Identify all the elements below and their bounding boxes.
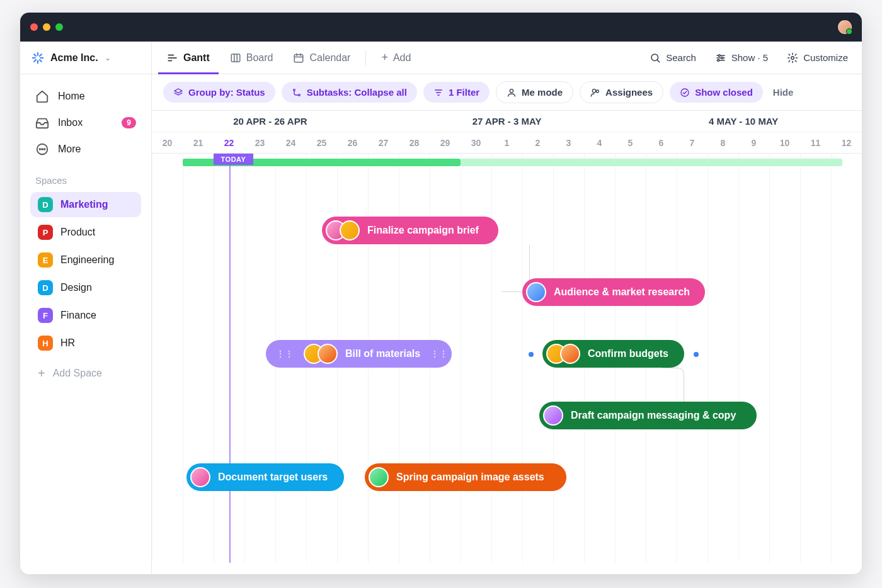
show-closed-pill[interactable]: Show closed (670, 82, 763, 103)
svg-point-27 (718, 54, 720, 56)
task-label: Bill of materials (345, 348, 420, 359)
workspace-switcher[interactable]: Acme Inc. ⌄ (20, 42, 151, 74)
drag-handle-icon[interactable]: ⋮⋮ (273, 349, 296, 359)
space-design[interactable]: D Design (30, 275, 141, 300)
filter-pill[interactable]: 1 Filter (423, 82, 490, 103)
current-user-avatar[interactable] (838, 20, 852, 34)
more-icon (35, 142, 49, 156)
task-finalize-campaign-brief[interactable]: Finalize campaign brief (322, 217, 498, 244)
minimize-window-icon[interactable] (43, 23, 50, 31)
assignees-pill[interactable]: Assignees (580, 81, 663, 103)
tab-label: Gantt (183, 52, 210, 64)
task-draft-messaging[interactable]: Draft campaign messaging & copy (539, 402, 757, 429)
week-label: 4 MAY - 10 MAY (625, 111, 862, 132)
tab-calendar[interactable]: Calendar (284, 42, 359, 74)
add-space-label: Add Space (53, 368, 102, 379)
gantt-body[interactable]: Finalize campaign brief Audience & marke… (152, 154, 862, 563)
task-avatars (190, 467, 210, 487)
svg-point-40 (681, 89, 689, 96)
day-label: 7 (677, 132, 707, 153)
svg-rect-18 (295, 54, 304, 62)
space-hr[interactable]: H HR (30, 331, 141, 356)
search-button[interactable]: Search (642, 48, 704, 67)
nav-more[interactable]: More (30, 136, 141, 162)
subtasks-pill[interactable]: Subtasks: Collapse all (282, 82, 417, 103)
day-label: 30 (461, 132, 491, 153)
maximize-window-icon[interactable] (55, 23, 63, 31)
avatar-icon (543, 405, 563, 426)
svg-line-4 (34, 54, 36, 56)
main-content: Gantt Board Calendar + Add (152, 42, 862, 574)
svg-point-39 (596, 90, 598, 93)
drag-handle-icon[interactable]: ⋮⋮ (428, 349, 450, 359)
me-mode-pill[interactable]: Me mode (496, 81, 573, 103)
day-label: 26 (337, 132, 368, 153)
task-confirm-budgets[interactable]: Confirm budgets (542, 340, 684, 368)
task-label: Confirm budgets (588, 348, 668, 359)
gantt-chart: 20 APR - 26 APR 27 APR - 3 MAY 4 MAY - 1… (152, 111, 862, 574)
add-view-button[interactable]: + Add (372, 42, 420, 74)
avatar-icon (369, 467, 389, 487)
svg-point-10 (42, 149, 43, 150)
task-avatars (326, 220, 360, 240)
group-by-label: Group by: Status (188, 87, 265, 98)
inbox-badge: 9 (122, 117, 136, 128)
home-icon (35, 89, 49, 103)
tab-label: Calendar (309, 52, 350, 64)
task-spring-assets[interactable]: Spring campaign image assets (365, 463, 566, 491)
group-by-pill[interactable]: Group by: Status (163, 82, 275, 103)
workspace-logo-icon (32, 52, 44, 64)
plus-icon: + (38, 367, 45, 380)
day-label: 3 (553, 132, 584, 153)
task-audience-research[interactable]: Audience & market research (522, 278, 705, 306)
task-avatars (526, 282, 546, 302)
task-label: Document target users (218, 472, 328, 483)
add-space-button[interactable]: + Add Space (28, 359, 144, 387)
hide-button[interactable]: Hide (773, 87, 794, 98)
task-avatars (546, 344, 580, 364)
app-window: Acme Inc. ⌄ Home Inbox 9 More Spaces (20, 13, 862, 574)
day-header: 2021222324252627282930123456789101112 (152, 132, 862, 154)
svg-point-28 (721, 57, 723, 59)
show-button[interactable]: Show · 5 (707, 48, 776, 67)
day-label: 10 (769, 132, 800, 153)
tab-board[interactable]: Board (221, 42, 282, 74)
nav-inbox[interactable]: Inbox 9 (30, 110, 141, 136)
day-label: 29 (430, 132, 461, 153)
space-engineering[interactable]: E Engineering (30, 247, 141, 273)
tab-gantt[interactable]: Gantt (158, 42, 219, 74)
space-badge-icon: P (38, 225, 53, 240)
day-label: 1 (491, 132, 522, 153)
space-marketing[interactable]: D Marketing (30, 192, 141, 217)
svg-line-6 (34, 59, 36, 61)
search-label: Search (666, 52, 696, 63)
task-document-users[interactable]: Document target users (186, 463, 344, 491)
space-label: Marketing (60, 199, 108, 210)
window-titlebar (20, 13, 862, 42)
nav-more-label: More (58, 144, 81, 155)
svg-point-9 (39, 149, 40, 150)
user-icon (507, 88, 517, 98)
svg-point-11 (44, 149, 45, 150)
workspace-name: Acme Inc. (50, 52, 98, 64)
inbox-icon (35, 116, 49, 130)
task-avatars (369, 467, 389, 487)
customize-button[interactable]: Customize (779, 48, 856, 67)
show-closed-label: Show closed (695, 87, 753, 98)
svg-point-37 (510, 89, 513, 92)
space-product[interactable]: P Product (30, 220, 141, 245)
space-finance[interactable]: F Finance (30, 303, 141, 328)
close-window-icon[interactable] (30, 23, 38, 31)
task-label: Audience & market research (554, 286, 690, 298)
task-avatars (543, 405, 563, 426)
users-icon (590, 88, 600, 98)
today-badge: TODAY (214, 154, 253, 165)
day-label: 25 (306, 132, 337, 153)
nav-home[interactable]: Home (30, 83, 141, 110)
task-bill-of-materials[interactable]: ⋮⋮ Bill of materials ⋮⋮ (266, 340, 452, 368)
gantt-icon (167, 52, 178, 64)
assignees-label: Assignees (605, 87, 653, 98)
search-icon (650, 52, 661, 64)
avatar-icon (526, 282, 546, 302)
day-label: 12 (831, 132, 862, 153)
